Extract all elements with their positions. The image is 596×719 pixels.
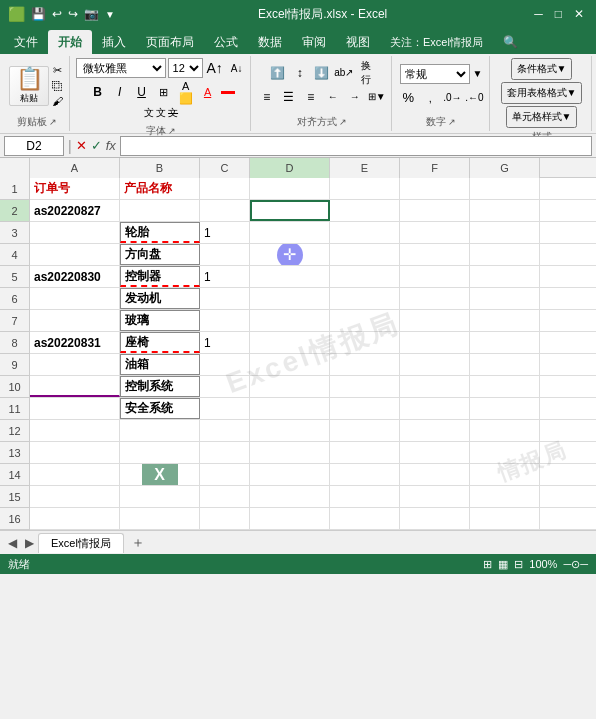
cell-e13[interactable]: [330, 442, 400, 463]
col-header-d[interactable]: D: [250, 158, 330, 178]
cell-a7[interactable]: [30, 310, 120, 331]
cell-d2[interactable]: [250, 200, 330, 221]
insert-function-icon[interactable]: fx: [106, 138, 116, 153]
number-format-expand-icon[interactable]: ▼: [472, 68, 482, 79]
cell-a4[interactable]: [30, 244, 120, 265]
cell-c13[interactable]: [200, 442, 250, 463]
cell-e9[interactable]: [330, 354, 400, 375]
cell-b15[interactable]: [120, 486, 200, 507]
cell-a16[interactable]: [30, 508, 120, 529]
wrap-text-button[interactable]: 换行: [356, 63, 376, 83]
row-header-5[interactable]: 5: [0, 266, 30, 288]
col-header-g[interactable]: G: [470, 158, 540, 178]
cell-c14[interactable]: [200, 464, 250, 485]
font-name-select[interactable]: 微软雅黑: [76, 58, 166, 78]
cell-f4[interactable]: [400, 244, 470, 265]
font-color-button[interactable]: A: [198, 82, 218, 102]
align-left-button[interactable]: ≡: [257, 87, 277, 107]
conditional-format-button[interactable]: 条件格式▼: [511, 58, 573, 80]
tab-search[interactable]: 🔍: [493, 30, 528, 54]
cell-g1[interactable]: [470, 178, 540, 199]
cell-b7[interactable]: 玻璃: [120, 310, 200, 331]
decrease-indent-button[interactable]: ←: [323, 87, 343, 107]
cell-f10[interactable]: [400, 376, 470, 397]
row-header-8[interactable]: 8: [0, 332, 30, 354]
dropdown-icon[interactable]: ▼: [105, 9, 115, 20]
maximize-icon[interactable]: □: [551, 7, 566, 21]
cell-f16[interactable]: [400, 508, 470, 529]
cell-e1[interactable]: [330, 178, 400, 199]
cell-d8[interactable]: [250, 332, 330, 353]
cell-e7[interactable]: [330, 310, 400, 331]
cell-a9[interactable]: [30, 354, 120, 375]
sheet-tab-excel[interactable]: Excel情报局: [38, 533, 124, 553]
cell-d15[interactable]: [250, 486, 330, 507]
number-expand-icon[interactable]: ↗: [448, 117, 456, 127]
tab-file[interactable]: 文件: [4, 30, 48, 54]
row-header-12[interactable]: 12: [0, 420, 30, 442]
tab-insert[interactable]: 插入: [92, 30, 136, 54]
zoom-slider[interactable]: ─⊙─: [563, 558, 588, 571]
cell-g9[interactable]: [470, 354, 540, 375]
cell-d5[interactable]: [250, 266, 330, 287]
cell-c9[interactable]: [200, 354, 250, 375]
add-sheet-button[interactable]: ＋: [128, 533, 148, 553]
italic-button[interactable]: I: [110, 82, 130, 102]
align-bottom-button[interactable]: ⬇️: [312, 63, 332, 83]
cell-a5[interactable]: as20220830: [30, 266, 120, 287]
cell-b13[interactable]: [120, 442, 200, 463]
cell-d1[interactable]: [250, 178, 330, 199]
cell-a2[interactable]: as20220827: [30, 200, 120, 221]
cell-g7[interactable]: [470, 310, 540, 331]
cell-c12[interactable]: [200, 420, 250, 441]
col-header-c[interactable]: C: [200, 158, 250, 178]
cell-d16[interactable]: [250, 508, 330, 529]
cell-a8[interactable]: as20220831: [30, 332, 120, 353]
cell-f5[interactable]: [400, 266, 470, 287]
view-break-icon[interactable]: ⊟: [514, 558, 523, 571]
cell-e3[interactable]: [330, 222, 400, 243]
cell-a14[interactable]: [30, 464, 120, 485]
cell-f8[interactable]: [400, 332, 470, 353]
cell-a11[interactable]: [30, 398, 120, 419]
cell-g11[interactable]: [470, 398, 540, 419]
cell-b10[interactable]: 控制系统: [120, 376, 200, 397]
row-header-13[interactable]: 13: [0, 442, 30, 464]
percent-button[interactable]: %: [398, 88, 418, 108]
cell-f12[interactable]: [400, 420, 470, 441]
cell-f3[interactable]: [400, 222, 470, 243]
cell-f9[interactable]: [400, 354, 470, 375]
cell-b16[interactable]: [120, 508, 200, 529]
cancel-formula-icon[interactable]: ✕: [76, 138, 87, 153]
cell-b4[interactable]: 方向盘: [120, 244, 200, 265]
copy-button[interactable]: ⿻: [51, 79, 64, 93]
sheet-nav-left[interactable]: ◀: [4, 536, 21, 550]
increase-indent-button[interactable]: →: [345, 87, 365, 107]
text-angle-button[interactable]: ab↗: [334, 63, 354, 83]
row-header-14[interactable]: 14: [0, 464, 30, 486]
cell-b14[interactable]: X: [120, 464, 200, 485]
cell-d3[interactable]: [250, 222, 330, 243]
align-top-button[interactable]: ⬆️: [268, 63, 288, 83]
row-header-15[interactable]: 15: [0, 486, 30, 508]
cell-e10[interactable]: [330, 376, 400, 397]
cell-e6[interactable]: [330, 288, 400, 309]
save-icon[interactable]: 💾: [31, 7, 46, 21]
cut-button[interactable]: ✂: [51, 63, 64, 78]
cell-f15[interactable]: [400, 486, 470, 507]
cell-b9[interactable]: 油箱: [120, 354, 200, 375]
cell-f7[interactable]: [400, 310, 470, 331]
tab-view[interactable]: 视图: [336, 30, 380, 54]
cell-d12[interactable]: [250, 420, 330, 441]
cell-d4[interactable]: ✛: [250, 244, 330, 265]
cell-a10[interactable]: [30, 376, 120, 397]
cell-d10[interactable]: [250, 376, 330, 397]
row-header-7[interactable]: 7: [0, 310, 30, 332]
cell-d9[interactable]: [250, 354, 330, 375]
row-header-3[interactable]: 3: [0, 222, 30, 244]
tab-review[interactable]: 审阅: [292, 30, 336, 54]
fill-color-button[interactable]: A🟨: [176, 82, 196, 102]
cell-c4[interactable]: [200, 244, 250, 265]
cell-e5[interactable]: [330, 266, 400, 287]
cell-e12[interactable]: [330, 420, 400, 441]
